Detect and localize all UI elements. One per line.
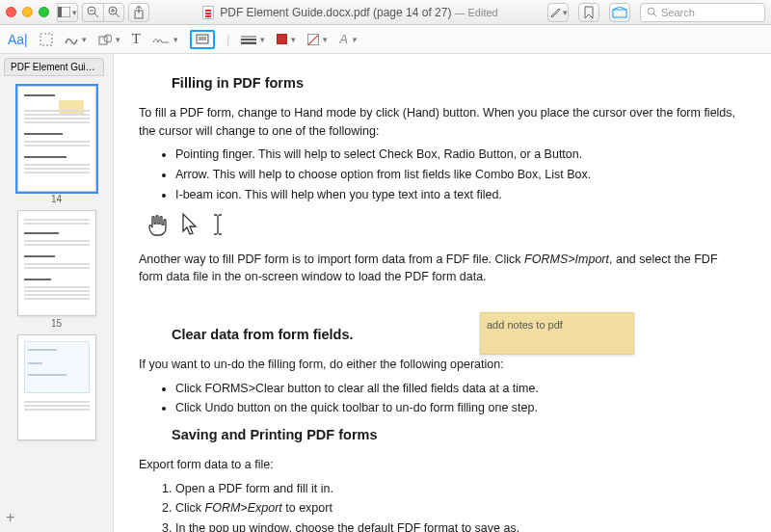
paragraph: Another way to fill PDF form is to impor… (139, 251, 736, 287)
cursor-examples (146, 212, 736, 237)
line-style-tool[interactable] (241, 35, 265, 44)
list-item: In the pop up window, choose the default… (175, 519, 736, 532)
document-view[interactable]: Filling in PDF forms To fill a PDF form,… (114, 54, 771, 532)
right-tools: Search (547, 3, 765, 22)
heading-filling: Filling in PDF forms (172, 73, 736, 94)
list-item: Click Undo button on the quick toolbar t… (175, 399, 736, 417)
arrow-cursor-icon (181, 212, 199, 237)
text-style-tool[interactable]: Aa| (8, 32, 28, 47)
window-title: PDF Element Guide.docx.pdf (page 14 of 2… (153, 6, 547, 19)
search-icon (647, 7, 657, 17)
sidebar-view-button[interactable] (57, 3, 78, 22)
view-group (57, 3, 78, 22)
border-color-tool[interactable] (277, 34, 296, 44)
svg-line-6 (116, 13, 120, 17)
svg-point-14 (648, 8, 654, 14)
heading-clear: Clear data from form fields. (172, 325, 736, 346)
page-number-14: 14 (0, 194, 113, 204)
ibeam-cursor-icon (212, 212, 224, 237)
zoom-in-button[interactable] (103, 3, 124, 22)
minimize-window-icon[interactable] (22, 7, 33, 17)
share-button[interactable] (128, 3, 149, 22)
paragraph: To fill a PDF form, change to Hand mode … (139, 104, 736, 141)
numbered-list: Open a PDF form and fill it in. Click FO… (139, 480, 736, 533)
main-area: PDF Element Guide.docx.pdf 14 (0, 54, 771, 532)
shapes-tool[interactable] (98, 34, 120, 45)
markup-toolbox-button[interactable] (609, 3, 630, 22)
search-placeholder: Search (661, 7, 695, 18)
list-item: Open a PDF form and fill it in. (175, 480, 736, 498)
select-tool[interactable] (40, 33, 53, 46)
svg-rect-11 (613, 10, 626, 17)
list-item: I-beam icon. This will help when you typ… (175, 186, 736, 204)
thumbnail-page-16[interactable] (17, 334, 96, 440)
list-item: Click FORM>Export to export (175, 499, 736, 518)
pdf-file-icon (202, 6, 214, 19)
hand-cursor-icon (146, 212, 168, 237)
signature-tool[interactable] (152, 34, 178, 45)
bullet-list: Click FORMS>Clear button to clear all th… (139, 380, 736, 418)
highlight-tool-button[interactable] (547, 3, 569, 22)
zoom-window-icon[interactable] (39, 7, 49, 17)
title-edited: — Edited (451, 7, 497, 18)
zoom-group (82, 3, 124, 22)
heading-saving: Saving and Printing PDF forms (172, 425, 736, 446)
list-item: Arrow. This will help to choose option f… (175, 166, 736, 184)
thumbnail-page-14[interactable] (17, 86, 96, 192)
paragraph: If you want to un-do the filling form, d… (139, 356, 736, 374)
annotation-toolbar: Aa| T | A (0, 25, 771, 54)
list-item: Pointing finger. This will help to selec… (175, 146, 736, 164)
svg-rect-17 (99, 37, 107, 44)
sketch-tool[interactable] (65, 34, 87, 45)
sticky-note-annotation[interactable]: add notes to pdf (480, 312, 634, 355)
title-page-info: (page 14 of 27) (370, 6, 452, 19)
svg-point-18 (104, 35, 112, 42)
zoom-out-button[interactable] (82, 3, 103, 22)
add-page-button[interactable]: + (6, 509, 14, 526)
paragraph: Export form data to a file: (139, 456, 736, 474)
thumbnail-page-15[interactable] (17, 210, 96, 316)
thumbnail-sidebar: PDF Element Guide.docx.pdf 14 (0, 54, 114, 532)
list-item: Click FORMS>Clear button to clear all th… (175, 380, 736, 398)
text-style-dropdown[interactable]: A (339, 32, 356, 46)
sticky-note-text: add notes to pdf (487, 319, 563, 331)
bullet-list: Pointing finger. This will help to selec… (139, 146, 736, 203)
svg-rect-1 (58, 7, 62, 17)
note-tool[interactable] (190, 30, 215, 49)
traffic-lights (6, 7, 49, 17)
svg-line-15 (653, 13, 656, 16)
svg-line-3 (94, 13, 98, 17)
text-tool[interactable]: T (132, 31, 141, 47)
page-number-15: 15 (0, 318, 113, 329)
bookmark-button[interactable] (578, 3, 599, 22)
sidebar-doc-tab[interactable]: PDF Element Guide.docx.pdf (4, 58, 104, 76)
close-window-icon[interactable] (6, 7, 16, 17)
fill-color-tool[interactable] (307, 34, 328, 45)
search-input[interactable]: Search (640, 3, 765, 22)
svg-rect-16 (40, 34, 52, 45)
title-filename: PDF Element Guide.docx.pdf (220, 6, 369, 19)
window-titlebar: PDF Element Guide.docx.pdf (page 14 of 2… (0, 0, 771, 25)
thumbnails: 14 15 (0, 76, 113, 532)
